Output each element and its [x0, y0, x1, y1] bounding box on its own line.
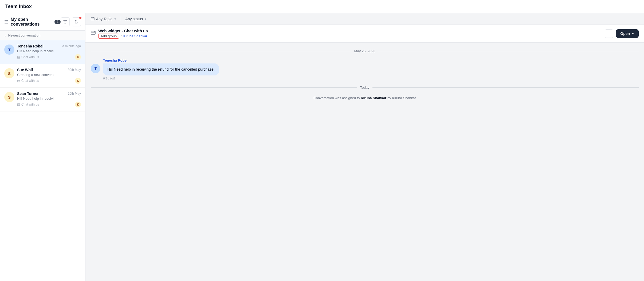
breadcrumb-separator: / [121, 34, 122, 38]
conv-time-1: a minute ago [62, 44, 81, 48]
conv-top-row-2: Sue Wolf 30th May [17, 68, 81, 72]
sort-notification-dot [79, 17, 81, 19]
message-time-1: 6:10 PM [103, 77, 219, 80]
system-message-suffix: by Kiruba Shankar [386, 96, 416, 100]
channel-icon-2: ▤ [17, 79, 20, 83]
conversation-count-badge: 3 [54, 20, 61, 24]
sort-direction-icon: ↕ [4, 33, 6, 37]
conv-bottom-row-2: ▤ Chat with us K [17, 78, 81, 84]
avatar-sean: S [4, 92, 14, 102]
left-panel: ☰ My open conversations 3 [0, 13, 85, 281]
chat-header-left: Web widget - Chat with us Add group / Ki… [91, 29, 148, 39]
app-title: Team Inbox [5, 4, 32, 9]
date-label-may26: May 26, 2023 [354, 49, 375, 53]
avatar-tenesha: T [4, 45, 14, 55]
chat-header-right: ⋮ Open ▼ [605, 29, 639, 38]
conv-bottom-row-1: ▤ Chat with us K [17, 54, 81, 60]
conv-content-3: Sean Turner 26th May Hii! Need help in r… [17, 91, 81, 107]
inbox-title: My open conversations [11, 17, 52, 27]
open-chevron-icon: ▼ [631, 32, 634, 35]
chat-body: May 26, 2023 T Tenesha Robel Hii! Need h… [85, 43, 644, 281]
conv-name-2: Sue Wolf [17, 68, 33, 72]
toolbar-divider [121, 17, 121, 21]
date-line-left [91, 51, 351, 51]
channel-icon-3: ▤ [17, 103, 20, 106]
conv-time-3: 26th May [68, 92, 81, 95]
add-group-button[interactable]: Add group [98, 34, 119, 39]
system-message-assignee: Kiruba Shankar [361, 96, 386, 100]
filter-button[interactable] [61, 17, 70, 26]
conversation-item-3[interactable]: S Sean Turner 26th May Hii! Need help in… [0, 88, 85, 111]
message-bubble-1: Hii! Need help in receiving the refund f… [103, 63, 219, 75]
conv-preview-3: Hii! Need help in receivi... [17, 97, 81, 101]
conversation-item-1[interactable]: T Tenesha Robel a minute ago Hii! Need h… [0, 40, 85, 64]
conv-top-row-1: Tenesha Robel a minute ago [17, 44, 81, 48]
conv-name-3: Sean Turner [17, 91, 39, 96]
assignee-avatar-1: K [75, 54, 81, 60]
svg-rect-0 [91, 17, 94, 20]
chat-widget-icon [91, 31, 96, 37]
date-divider-may26: May 26, 2023 [91, 49, 639, 53]
any-status-button[interactable]: Any status ▼ [125, 17, 147, 21]
hamburger-icon[interactable]: ☰ [4, 19, 8, 25]
today-label: Today [360, 86, 370, 90]
topic-filter-icon [91, 17, 95, 21]
any-topic-button[interactable]: Any Topic ▼ [91, 17, 116, 21]
conv-name-1: Tenesha Robel [17, 44, 44, 48]
chat-breadcrumb: Add group / Kiruba Shankar [98, 34, 148, 39]
right-panel: Any Topic ▼ Any status ▼ Web widget - Ch… [85, 13, 644, 281]
system-message: Conversation was assigned to Kiruba Shan… [91, 95, 639, 101]
sort-row: ↕ Newest conversation [0, 31, 85, 40]
conv-preview-2: Creating a new convers... [17, 73, 81, 77]
sort-label: Newest conversation [8, 33, 41, 37]
topic-chevron-icon: ▼ [114, 18, 116, 21]
assignee-avatar-2: K [75, 78, 81, 84]
status-label: Any status [125, 17, 143, 21]
topic-label: Any Topic [96, 17, 112, 21]
assignee-avatar-3: K [75, 102, 81, 107]
today-line-right [372, 87, 639, 88]
message-group-1: T Tenesha Robel Hii! Need help in receiv… [91, 58, 639, 80]
chat-header: Web widget - Chat with us Add group / Ki… [85, 25, 644, 43]
message-content-1: Tenesha Robel Hii! Need help in receivin… [103, 58, 219, 80]
message-avatar-tenesha: T [91, 64, 100, 73]
date-divider-today: Today [91, 86, 639, 90]
left-panel-actions [61, 17, 81, 26]
chat-title: Web widget - Chat with us [98, 29, 148, 33]
conversation-list: T Tenesha Robel a minute ago Hii! Need h… [0, 40, 85, 281]
conv-channel-1: ▤ Chat with us [17, 55, 39, 59]
conversation-item-2[interactable]: S Sue Wolf 30th May Creating a new conve… [0, 64, 85, 88]
open-label: Open [620, 31, 630, 36]
conv-content-1: Tenesha Robel a minute ago Hii! Need hel… [17, 44, 81, 60]
message-sender-1: Tenesha Robel [103, 58, 219, 62]
conv-top-row-3: Sean Turner 26th May [17, 91, 81, 96]
today-line-left [91, 87, 357, 88]
status-chevron-icon: ▼ [144, 18, 147, 21]
conv-content-2: Sue Wolf 30th May Creating a new convers… [17, 68, 81, 84]
left-panel-header: ☰ My open conversations 3 [0, 13, 85, 31]
open-button[interactable]: Open ▼ [616, 29, 639, 38]
conv-channel-2: ▤ Chat with us [17, 79, 39, 83]
date-line-right [378, 51, 639, 51]
conv-preview-1: Hii! Need help in receivi... [17, 49, 81, 53]
chat-header-info: Web widget - Chat with us Add group / Ki… [98, 29, 148, 39]
breadcrumb-assignee[interactable]: Kiruba Shankar [123, 34, 147, 38]
left-panel-title-row: ☰ My open conversations 3 [4, 17, 61, 27]
conv-channel-3: ▤ Chat with us [17, 103, 39, 106]
system-message-prefix: Conversation was assigned to [313, 96, 361, 100]
more-options-button[interactable]: ⋮ [605, 29, 613, 38]
channel-icon-1: ▤ [17, 55, 20, 59]
avatar-sue: S [4, 68, 14, 78]
right-toolbar: Any Topic ▼ Any status ▼ [85, 13, 644, 25]
conv-time-2: 30th May [68, 68, 81, 72]
conv-bottom-row-3: ▤ Chat with us K [17, 102, 81, 107]
